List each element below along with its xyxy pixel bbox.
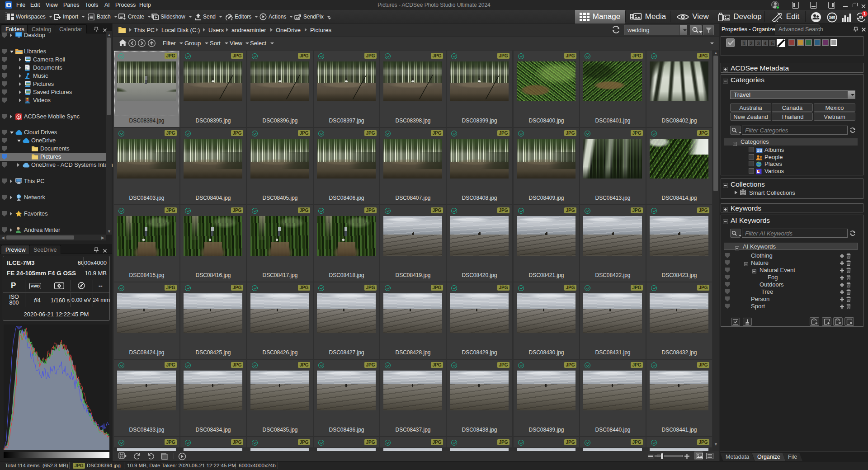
svg-text:365: 365 [829, 15, 835, 20]
